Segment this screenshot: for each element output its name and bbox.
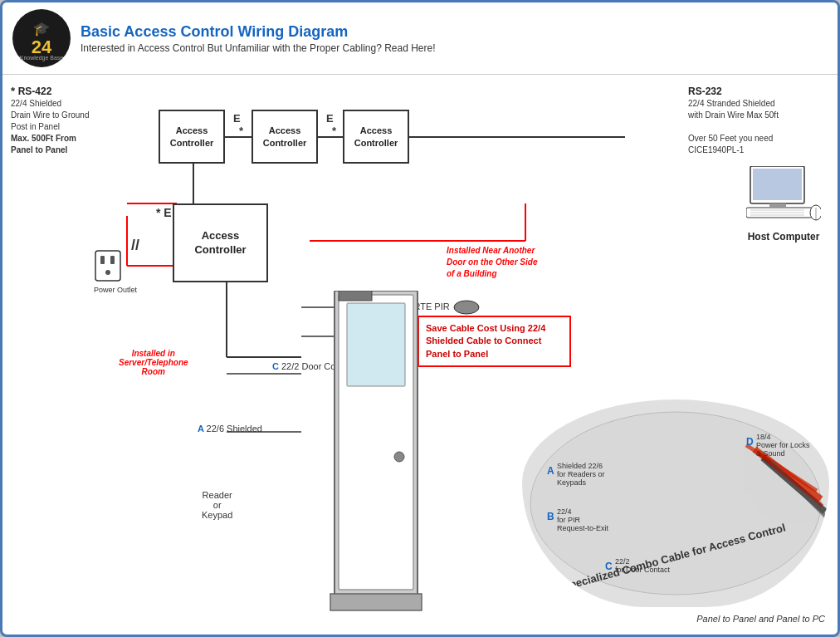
page-title: Basic Access Control Wiring Diagram <box>81 23 828 41</box>
door-illustration <box>310 291 426 606</box>
svg-point-27 <box>454 301 479 314</box>
wire-a-label: A 22/6 Shielded <box>198 424 262 434</box>
page-subtitle: Interested in Access Control But Unfamil… <box>81 42 828 54</box>
svg-text:for Readers or: for Readers or <box>557 470 605 478</box>
svg-point-34 <box>530 412 821 595</box>
svg-point-26 <box>105 270 110 275</box>
svg-rect-32 <box>330 594 422 610</box>
reader-label: Reader or Keypad <box>202 490 232 520</box>
svg-text:Request-to-Exit: Request-to-Exit <box>557 524 609 532</box>
svg-text:& Sound: & Sound <box>756 449 785 458</box>
svg-point-17 <box>810 205 821 220</box>
access-controller-1: AccessController <box>159 110 225 164</box>
logo-badge: 🎓 24 Knowledge Base <box>12 9 71 67</box>
power-outlet-icon <box>94 249 123 282</box>
svg-text:Shielded 22/6: Shielded 22/6 <box>557 462 603 470</box>
computer-icon <box>746 166 821 224</box>
header-text: Basic Access Control Wiring Diagram Inte… <box>81 23 828 54</box>
access-controller-2: AccessController <box>252 110 318 164</box>
slash-symbol: // <box>131 237 139 254</box>
rs232-info: RS-232 22/4 Stranded Shielded with Drain… <box>688 83 829 156</box>
knowledge-base-label: Knowledge Base <box>20 55 64 61</box>
asterisk-rs422: * <box>11 85 18 97</box>
badge-number: 24 <box>32 38 51 56</box>
save-cable-box: Save Cable Cost Using 22/4 Shielded Cabl… <box>418 316 571 367</box>
save-cable-text: Save Cable Cost Using 22/4 Shielded Cabl… <box>426 322 563 360</box>
power-outlet-label: Power Outlet <box>94 286 137 294</box>
svg-text:22/4: 22/4 <box>557 507 572 516</box>
svg-rect-15 <box>753 169 802 200</box>
svg-point-31 <box>394 452 404 462</box>
rs232-title: RS-232 <box>688 86 722 97</box>
asterisk-label-2: * <box>332 125 336 137</box>
svg-rect-25 <box>110 256 115 264</box>
svg-rect-23 <box>95 251 120 281</box>
header: 🎓 24 Knowledge Base Basic Access Control… <box>2 2 838 75</box>
svg-text:Keypads: Keypads <box>557 478 587 487</box>
pir-icon <box>452 299 481 316</box>
cable-svg: A Shielded 22/6 for Readers or Keypads B… <box>522 399 829 607</box>
access-controller-3: AccessController <box>343 110 409 164</box>
power-outlet: Power Outlet <box>94 249 137 294</box>
door-svg <box>310 291 434 615</box>
e-label-2: E <box>326 112 334 125</box>
e-label-1: E <box>233 112 241 125</box>
svg-text:B: B <box>547 511 554 522</box>
bottom-label: Panel to Panel and Panel to PC <box>696 614 825 624</box>
svg-text:D: D <box>746 436 754 448</box>
star-e-label: * E <box>156 206 172 219</box>
svg-text:Power for Locks: Power for Locks <box>756 441 810 449</box>
svg-rect-24 <box>100 256 105 264</box>
rs422-detail: 22/4 Shielded Drain Wire to Ground Post … <box>11 98 144 156</box>
svg-text:18/4: 18/4 <box>756 433 771 441</box>
svg-text:A: A <box>547 465 554 477</box>
cable-combo-section: A Shielded 22/6 for Readers or Keypads B… <box>522 399 829 607</box>
installed-door-label: Installed Near AnotherDoor on the Other … <box>447 245 537 280</box>
cap-icon: 🎓 <box>33 21 50 37</box>
svg-text:for PIR: for PIR <box>557 516 581 524</box>
diagram-area: * RS-422 22/4 Shielded Drain Wire to Gro… <box>2 75 838 628</box>
access-controller-main: AccessController <box>173 203 268 282</box>
rs232-detail: 22/4 Stranded Shielded with Drain Wire M… <box>688 98 829 156</box>
rs422-info: * RS-422 22/4 Shielded Drain Wire to Gro… <box>11 83 144 156</box>
svg-rect-30 <box>347 303 405 386</box>
asterisk-label-1: * <box>239 125 243 137</box>
host-computer-label: Host Computer <box>746 231 821 243</box>
main-container: 🎓 24 Knowledge Base Basic Access Control… <box>0 0 840 637</box>
svg-rect-19 <box>769 203 786 208</box>
installed-server-label: Installed inServer/TelephoneRoom <box>119 349 188 376</box>
rs422-title: RS-422 <box>18 86 52 97</box>
host-computer: Host Computer <box>746 166 821 243</box>
svg-rect-33 <box>339 291 372 301</box>
